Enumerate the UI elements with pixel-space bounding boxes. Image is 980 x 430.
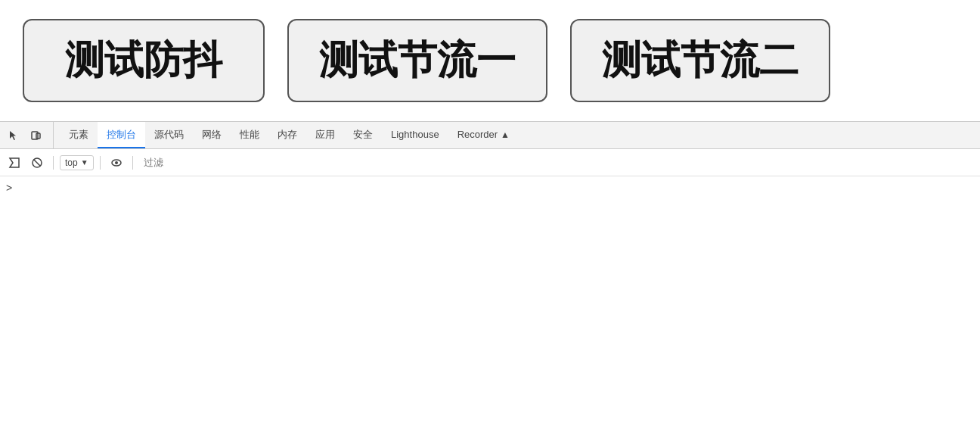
toolbar-separator-2 [100,156,101,170]
tab-sources[interactable]: 源代码 [145,122,193,148]
toolbar-separator [53,156,54,170]
console-content[interactable]: > [0,176,980,373]
tab-application[interactable]: 应用 [306,122,344,148]
clear-console-icon[interactable] [5,153,24,173]
tab-elements[interactable]: 元素 [60,122,98,148]
tab-console[interactable]: 控制台 [98,122,145,148]
devtools-panel: 元素 控制台 源代码 网络 性能 内存 应用 安全 Lighthouse Rec… [0,121,980,373]
tab-security[interactable]: 安全 [344,122,382,148]
debounce-button[interactable]: 测试防抖 [23,19,265,102]
eye-icon[interactable] [107,153,126,173]
recorder-icon: ▲ [501,129,510,140]
demo-buttons-section: 测试防抖 测试节流一 测试节流二 [0,0,980,121]
block-icon[interactable] [27,153,47,173]
toolbar-separator-3 [132,156,133,170]
throttle2-button[interactable]: 测试节流二 [570,19,830,102]
context-selector[interactable]: top ▼ [60,155,94,170]
context-dropdown-icon: ▼ [81,158,88,167]
device-toggle-icon[interactable] [26,125,47,146]
console-prompt-arrow[interactable]: > [6,182,12,194]
tab-network[interactable]: 网络 [193,122,231,148]
cursor-icon[interactable] [3,125,24,146]
svg-point-6 [115,161,118,164]
tab-performance[interactable]: 性能 [231,122,268,148]
console-toolbar: top ▼ [0,149,980,176]
tab-recorder[interactable]: Recorder ▲ [448,122,519,148]
tab-memory[interactable]: 内存 [268,122,306,148]
throttle1-button[interactable]: 测试节流一 [287,19,547,102]
devtools-tabbar: 元素 控制台 源代码 网络 性能 内存 应用 安全 Lighthouse Rec… [0,122,980,149]
svg-marker-2 [10,158,19,167]
svg-line-4 [34,159,41,166]
tab-lighthouse[interactable]: Lighthouse [382,122,448,148]
context-label: top [65,157,78,168]
devtools-icon-group [3,122,54,148]
console-filter-input[interactable] [139,155,975,170]
